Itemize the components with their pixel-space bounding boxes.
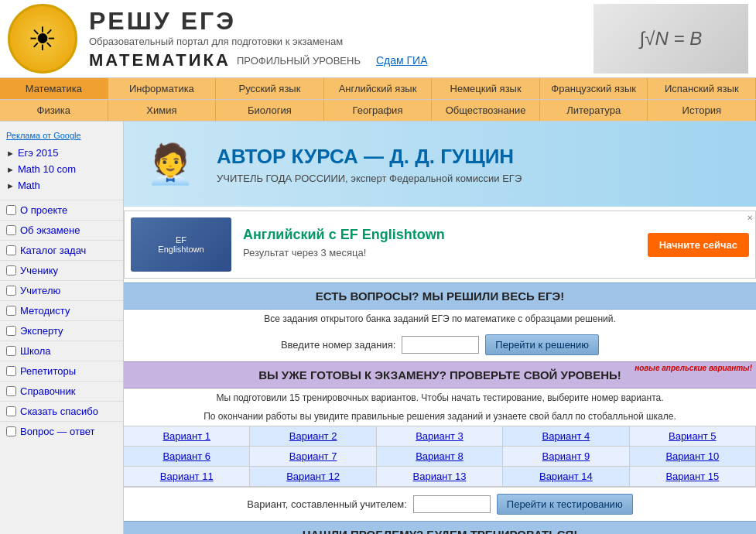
- go-to-testing-button[interactable]: Перейти к тестированию: [497, 494, 633, 515]
- nav-checkbox[interactable]: [6, 386, 16, 396]
- nav-checkbox[interactable]: [6, 245, 16, 255]
- variant-link-14[interactable]: Вариант 14: [539, 471, 593, 482]
- sidebar-nav-Справочник[interactable]: Справочник: [0, 381, 123, 401]
- variant-link-5[interactable]: Вариант 5: [669, 430, 717, 442]
- sidebar-nav-О проекте[interactable]: О проекте: [0, 200, 123, 220]
- nav-checkbox[interactable]: [6, 326, 16, 336]
- ad-text: Английский с EF Englishtown Результат че…: [243, 227, 648, 262]
- nav-item-Литература[interactable]: Литература: [540, 100, 648, 121]
- variants-header: ВЫ УЖЕ ГОТОВЫ К ЭКЗАМЕНУ? ПРОВЕРЬТЕ СВОЙ…: [124, 361, 756, 389]
- nav-item-Испанский язык[interactable]: Испанский язык: [648, 78, 756, 99]
- nav-item-Физика[interactable]: Физика: [0, 100, 108, 121]
- variant-link-2[interactable]: Вариант 2: [289, 430, 337, 442]
- author-title: АВТОР КУРСА — Д. Д. ГУЩИН: [217, 145, 522, 169]
- variants-grid: Вариант 1Вариант 2Вариант 3Вариант 4Вари…: [124, 426, 756, 487]
- variant-cell-4: Вариант 4: [503, 426, 629, 447]
- nav-checkbox[interactable]: [6, 306, 16, 316]
- questions-subtext: Все задания открытого банка заданий ЕГЭ …: [124, 310, 756, 328]
- author-subtitle: УЧИТЕЛЬ ГОДА РОССИИИ, эксперт Федерально…: [217, 173, 522, 184]
- sidebar-link-Math 10 com[interactable]: ►Math 10 com: [0, 161, 123, 177]
- nav-item-Немецкий язык[interactable]: Немецкий язык: [432, 78, 540, 99]
- sidebar-nav-Каталог задач[interactable]: Каталог задач: [0, 240, 123, 260]
- variant-link-7[interactable]: Вариант 7: [289, 450, 337, 462]
- task-label: Введите номер задания:: [281, 339, 395, 351]
- sidebar-link-Егэ 2015[interactable]: ►Егэ 2015: [0, 145, 123, 161]
- main-layout: Реклама от Google ►Егэ 2015►Math 10 com►…: [0, 122, 756, 534]
- sidebar-link-Math[interactable]: ►Math: [0, 177, 123, 193]
- sidebar-nav-Методисту[interactable]: Методисту: [0, 300, 123, 320]
- teacher-variant-input[interactable]: [413, 495, 491, 513]
- variants-header-text: ВЫ УЖЕ ГОТОВЫ К ЭКЗАМЕНУ? ПРОВЕРЬТЕ СВОЙ…: [258, 368, 621, 382]
- variant-link-3[interactable]: Вариант 3: [416, 430, 464, 442]
- variant-cell-8: Вариант 8: [377, 447, 503, 467]
- variant-link-10[interactable]: Вариант 10: [665, 450, 719, 462]
- sidebar-nav-Ученику[interactable]: Ученику: [0, 260, 123, 280]
- variant-cell-1: Вариант 1: [124, 426, 250, 447]
- go-to-solution-button[interactable]: Перейти к решению: [485, 334, 599, 355]
- variant-link-13[interactable]: Вариант 13: [413, 471, 467, 482]
- variant-link-15[interactable]: Вариант 15: [665, 471, 719, 482]
- sidebar-nav-label: Методисту: [20, 305, 70, 317]
- nav-item-Обществознание[interactable]: Обществознание: [432, 100, 540, 121]
- nav-item-Французский язык[interactable]: Французский язык: [540, 78, 648, 99]
- nav-item-Математика[interactable]: Математика: [0, 78, 108, 99]
- nav-checkbox[interactable]: [6, 265, 16, 276]
- ad-button[interactable]: Начните сейчас: [648, 233, 749, 257]
- variant-link-8[interactable]: Вариант 8: [416, 450, 464, 462]
- nav-item-Английский язык[interactable]: Английский язык: [324, 78, 433, 99]
- nav-item-История[interactable]: История: [648, 100, 756, 121]
- sidebar-nav-Вопрос — ответ[interactable]: Вопрос — ответ: [0, 421, 123, 441]
- ad-label[interactable]: Реклама от Google: [6, 131, 81, 140]
- teacher-variant-label: Вариант, составленный учителем:: [247, 498, 406, 510]
- variant-cell-14: Вариант 14: [503, 467, 629, 487]
- task-number-input[interactable]: [402, 336, 479, 354]
- nav-row-2: ФизикаХимияБиологияГеографияОбществознан…: [0, 100, 756, 122]
- nav-item-Химия[interactable]: Химия: [108, 100, 217, 121]
- nav-checkbox[interactable]: [6, 366, 16, 376]
- sidebar: Реклама от Google ►Егэ 2015►Math 10 com►…: [0, 122, 124, 534]
- level-label: ПРОФИЛЬНЫЙ УРОВЕНЬ: [237, 55, 361, 67]
- variant-cell-5: Вариант 5: [630, 426, 756, 447]
- variant-cell-9: Вариант 9: [503, 447, 629, 467]
- nav-item-География[interactable]: География: [324, 100, 433, 121]
- variant-link-11[interactable]: Вариант 11: [160, 471, 214, 482]
- author-banner: 🧑‍💼 АВТОР КУРСА — Д. Д. ГУЩИН УЧИТЕЛЬ ГО…: [124, 122, 756, 207]
- variant-cell-13: Вариант 13: [377, 467, 503, 487]
- nav-checkbox[interactable]: [6, 406, 16, 416]
- questions-header: ЕСТЬ ВОПРОСЫ? МЫ РЕШИЛИ ВЕСЬ ЕГЭ!: [124, 282, 756, 310]
- sidebar-nav-Об экзамене[interactable]: Об экзамене: [0, 220, 123, 240]
- site-subtitle: Образовательный портал для подготовки к …: [89, 36, 594, 47]
- sidebar-nav-Репетиторы[interactable]: Репетиторы: [0, 361, 123, 381]
- author-info: АВТОР КУРСА — Д. Д. ГУЩИН УЧИТЕЛЬ ГОДА Р…: [217, 145, 522, 184]
- nav-item-Информатика[interactable]: Информатика: [108, 78, 217, 99]
- sidebar-nav-Сказать спасибо[interactable]: Сказать спасибо: [0, 401, 123, 421]
- sidebar-link-label: Math 10 com: [18, 163, 76, 175]
- variant-teacher-row: Вариант, составленный учителем: Перейти …: [124, 487, 756, 521]
- nav-checkbox[interactable]: [6, 346, 16, 356]
- math-label: МАТЕМАТИКА: [89, 50, 231, 70]
- nav-checkbox[interactable]: [6, 426, 16, 436]
- nav-item-Биология[interactable]: Биология: [216, 100, 324, 121]
- math-formula: ∫√N = B: [640, 28, 702, 50]
- ad-close-button[interactable]: ✕: [747, 214, 753, 222]
- sidebar-nav-Школа[interactable]: Школа: [0, 341, 123, 361]
- sidebar-nav-label: Эксперту: [20, 325, 63, 337]
- nav-checkbox[interactable]: [6, 225, 16, 235]
- sidebar-ad: Реклама от Google: [0, 125, 123, 145]
- variant-link-9[interactable]: Вариант 9: [542, 450, 590, 462]
- sidebar-nav: О проектеОб экзаменеКаталог задачУченику…: [0, 200, 123, 441]
- gia-link[interactable]: Сдам ГИА: [376, 54, 428, 67]
- variant-cell-2: Вариант 2: [250, 426, 376, 447]
- sidebar-nav-label: Школа: [20, 345, 51, 357]
- sidebar-nav-Эксперту[interactable]: Эксперту: [0, 320, 123, 341]
- nav-item-Русский язык[interactable]: Русский язык: [216, 78, 324, 99]
- variant-link-1[interactable]: Вариант 1: [162, 430, 210, 442]
- sidebar-nav-Учителю[interactable]: Учителю: [0, 280, 123, 300]
- variant-cell-11: Вариант 11: [124, 467, 250, 487]
- variant-link-6[interactable]: Вариант 6: [162, 450, 210, 462]
- nav-checkbox[interactable]: [6, 205, 16, 215]
- nav-checkbox[interactable]: [6, 286, 16, 296]
- variant-link-12[interactable]: Вариант 12: [286, 471, 340, 482]
- content: 🧑‍💼 АВТОР КУРСА — Д. Д. ГУЩИН УЧИТЕЛЬ ГО…: [124, 122, 756, 534]
- variant-link-4[interactable]: Вариант 4: [542, 430, 590, 442]
